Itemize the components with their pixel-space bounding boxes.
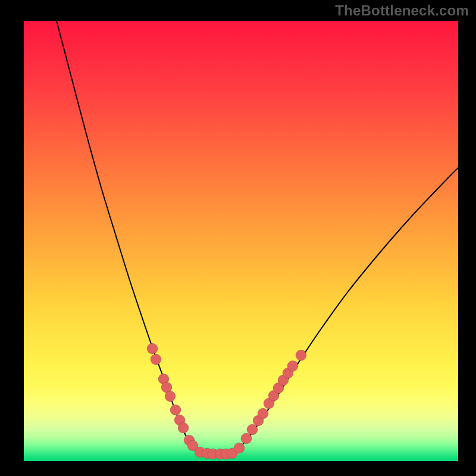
data-dot	[287, 361, 298, 371]
data-dot	[165, 391, 176, 402]
curve-layer	[24, 21, 458, 461]
data-dot	[147, 343, 158, 354]
bottleneck-curve	[57, 21, 458, 454]
watermark-text: TheBottleneck.com	[335, 2, 469, 19]
chart-stage: TheBottleneck.com	[0, 0, 476, 476]
data-dot	[170, 405, 181, 415]
data-dot	[241, 433, 252, 444]
data-dot	[296, 350, 306, 361]
data-dot	[258, 408, 268, 419]
plot-area	[24, 21, 458, 461]
data-dots-group	[147, 343, 306, 459]
data-dot	[178, 422, 189, 433]
data-dot	[151, 354, 161, 365]
data-dot	[234, 443, 245, 453]
data-dot	[247, 424, 258, 435]
